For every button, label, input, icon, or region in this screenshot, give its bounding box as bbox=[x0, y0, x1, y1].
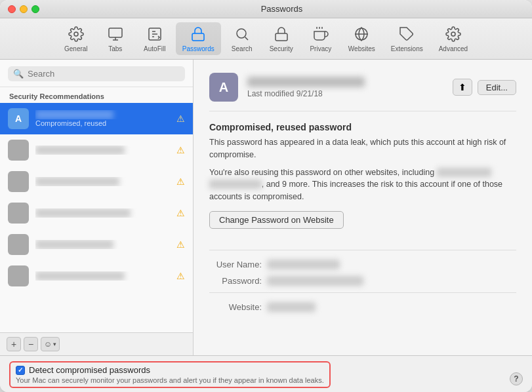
sidebar-item-sub-1: Compromised, reused bbox=[35, 119, 170, 127]
passwords-label: Passwords bbox=[182, 45, 215, 52]
warning-icon-3: ⚠ bbox=[176, 176, 185, 187]
avatar-4 bbox=[8, 203, 29, 224]
sidebar-list: A ██████████████ Compromised, reused ⚠ bbox=[0, 103, 193, 332]
advanced-icon bbox=[444, 25, 462, 43]
toolbar-item-security[interactable]: Security bbox=[263, 22, 300, 55]
privacy-icon bbox=[312, 25, 330, 43]
websites-icon bbox=[352, 25, 371, 43]
username-value: ████████████ bbox=[267, 260, 340, 269]
password-field: Password: ████████████████ bbox=[209, 276, 516, 286]
search-input[interactable] bbox=[28, 69, 180, 79]
warning-body-2-prefix: You're also reusing this password on oth… bbox=[209, 168, 437, 177]
detail-header: A ██████████████████ Last modified 9/21/… bbox=[209, 73, 516, 111]
general-icon bbox=[67, 25, 85, 43]
sidebar-item-info-6: ████████████████ bbox=[35, 271, 170, 281]
username-field: User Name: ████████████ bbox=[209, 260, 516, 269]
minimize-button[interactable] bbox=[20, 5, 28, 13]
warning-icon-1: ⚠ bbox=[176, 113, 185, 124]
add-button[interactable]: + bbox=[7, 337, 21, 351]
warning-icon-4: ⚠ bbox=[176, 208, 185, 218]
sidebar-item-1[interactable]: A ██████████████ Compromised, reused ⚠ bbox=[0, 103, 193, 134]
detail-avatar: A bbox=[209, 73, 238, 102]
sidebar-item-name-1: ██████████████ bbox=[35, 110, 170, 119]
sidebar-bottom-bar: + − ☺ ▾ bbox=[0, 332, 193, 355]
svg-rect-1 bbox=[109, 28, 122, 37]
toolbar-item-passwords[interactable]: Passwords bbox=[176, 22, 221, 55]
sidebar-item-3[interactable]: ███████████████ ⚠ bbox=[0, 166, 193, 197]
emoji-dropdown[interactable]: ☺ ▾ bbox=[41, 337, 60, 351]
extensions-label: Extensions bbox=[391, 45, 423, 52]
website-value: ████████ bbox=[267, 302, 316, 312]
detail-divider-2 bbox=[209, 292, 516, 293]
checkmark-icon: ✓ bbox=[18, 366, 23, 374]
warning-icon-6: ⚠ bbox=[176, 271, 185, 281]
warning-box: Compromised, reused password This passwo… bbox=[209, 122, 516, 239]
search-box-icon: 🔍 bbox=[13, 69, 24, 79]
share-button[interactable]: ⬆ bbox=[453, 79, 472, 96]
password-label: Password: bbox=[209, 276, 262, 286]
toolbar: General Tabs AutoFill bbox=[0, 18, 532, 60]
detect-compromised-section: ✓ Detect compromised passwords Your Mac … bbox=[9, 361, 331, 388]
avatar-2 bbox=[8, 140, 29, 161]
sidebar-item-name-5: ██████████████ bbox=[35, 240, 170, 249]
extensions-icon bbox=[398, 25, 416, 43]
search-label: Search bbox=[232, 45, 253, 52]
security-icon bbox=[272, 25, 291, 43]
edit-button[interactable]: Edit... bbox=[478, 80, 516, 95]
security-label: Security bbox=[270, 45, 293, 52]
help-button[interactable]: ? bbox=[510, 372, 523, 385]
detail-header-actions: ⬆ Edit... bbox=[453, 79, 516, 96]
autofill-label: AutoFill bbox=[144, 45, 165, 52]
bottom-bar: ✓ Detect compromised passwords Your Mac … bbox=[0, 355, 532, 392]
passwords-icon bbox=[189, 25, 207, 43]
sidebar-item-5[interactable]: ██████████████ ⚠ bbox=[0, 229, 193, 260]
sidebar-item-name-2: ████████████████ bbox=[35, 146, 170, 155]
detail-modified: Last modified 9/21/18 bbox=[247, 89, 443, 98]
detail-header-info: ██████████████████ Last modified 9/21/18 bbox=[247, 76, 443, 98]
detail-panel: A ██████████████████ Last modified 9/21/… bbox=[194, 60, 532, 355]
website-field: Website: ████████ bbox=[209, 302, 516, 312]
sidebar-section-header: Security Recommendations bbox=[0, 87, 193, 103]
detect-checkbox-row[interactable]: ✓ Detect compromised passwords bbox=[16, 365, 324, 375]
maximize-button[interactable] bbox=[31, 5, 39, 13]
toolbar-item-extensions[interactable]: Extensions bbox=[384, 22, 430, 55]
toolbar-item-search[interactable]: Search bbox=[224, 22, 260, 55]
detect-checkbox[interactable]: ✓ bbox=[16, 366, 25, 375]
sidebar-item-info-4: █████████████████ bbox=[35, 208, 170, 218]
main-content: 🔍 Security Recommendations A ███████████… bbox=[0, 60, 532, 355]
warning-body: This password has appeared in a data lea… bbox=[209, 136, 516, 161]
search-box[interactable]: 🔍 bbox=[8, 66, 185, 81]
detail-domain: ██████████████████ bbox=[247, 77, 365, 87]
toolbar-item-tabs[interactable]: Tabs bbox=[97, 22, 134, 55]
toolbar-item-general[interactable]: General bbox=[58, 22, 94, 55]
sidebar-item-2[interactable]: ████████████████ ⚠ bbox=[0, 134, 193, 166]
svg-rect-5 bbox=[276, 33, 287, 41]
tabs-icon bbox=[106, 25, 125, 43]
detail-divider bbox=[209, 250, 516, 250]
sidebar-item-name-4: █████████████████ bbox=[35, 208, 170, 218]
share-icon: ⬆ bbox=[459, 82, 466, 92]
warning-body-2: You're also reusing this password on oth… bbox=[209, 167, 516, 203]
toolbar-item-autofill[interactable]: AutoFill bbox=[136, 22, 173, 55]
close-button[interactable] bbox=[8, 5, 16, 13]
sidebar: 🔍 Security Recommendations A ███████████… bbox=[0, 60, 194, 355]
advanced-label: Advanced bbox=[439, 45, 468, 52]
warning-title: Compromised, reused password bbox=[209, 122, 516, 132]
window-title: Passwords bbox=[39, 4, 524, 14]
sidebar-item-info-2: ████████████████ bbox=[35, 146, 170, 155]
svg-point-0 bbox=[74, 32, 78, 36]
sidebar-item-info-1: ██████████████ Compromised, reused bbox=[35, 110, 170, 127]
checkbox-wrapper: ✓ Detect compromised passwords Your Mac … bbox=[16, 365, 324, 384]
toolbar-item-advanced[interactable]: Advanced bbox=[432, 22, 474, 55]
sidebar-item-6[interactable]: ████████████████ ⚠ bbox=[0, 260, 193, 292]
window: Passwords General Tabs bbox=[0, 0, 532, 392]
toolbar-item-websites[interactable]: Websites bbox=[342, 22, 382, 55]
change-password-button[interactable]: Change Password on Website bbox=[209, 211, 344, 229]
remove-button[interactable]: − bbox=[24, 337, 38, 351]
titlebar: Passwords bbox=[0, 0, 532, 18]
svg-point-4 bbox=[237, 29, 246, 38]
password-value: ████████████████ bbox=[267, 276, 363, 286]
toolbar-item-privacy[interactable]: Privacy bbox=[302, 22, 339, 55]
sidebar-item-4[interactable]: █████████████████ ⚠ bbox=[0, 197, 193, 229]
sidebar-item-info-3: ███████████████ bbox=[35, 177, 170, 186]
